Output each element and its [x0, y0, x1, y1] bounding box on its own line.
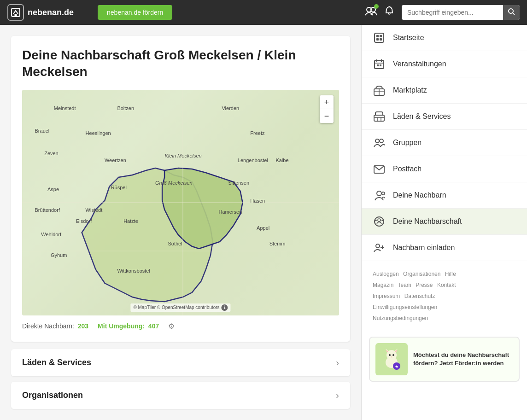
settings-icon[interactable]: ⚙ — [168, 322, 175, 331]
direct-label: Direkte Nachbarn: — [22, 322, 74, 330]
map-attribution: © MapTiler © OpenStreetMap contributors … — [130, 303, 230, 312]
direct-neighbors-label: Direkte Nachbarn: 203 — [22, 322, 88, 330]
marktplatz-label: Marktplatz — [393, 86, 427, 94]
promote-button[interactable]: nebenan.de fördern — [98, 5, 172, 20]
map-label-appel: Appel — [257, 225, 269, 231]
nachbarn-label: Deine Nachbarn — [393, 191, 446, 199]
laeden-label: Läden & Services — [393, 112, 451, 121]
chevron-right-icon: › — [336, 357, 339, 368]
map-label-gyhum: Gyhum — [51, 252, 67, 258]
search-button[interactable] — [503, 5, 520, 20]
sidebar-item-veranstaltungen[interactable]: Veranstaltungen — [362, 51, 527, 77]
startseite-icon — [373, 31, 386, 44]
svg-point-37 — [378, 219, 381, 222]
svg-rect-22 — [377, 64, 379, 66]
search-bar — [402, 5, 520, 20]
svg-rect-17 — [380, 38, 382, 41]
svg-point-34 — [377, 191, 381, 196]
svg-rect-23 — [380, 64, 381, 66]
header-actions — [365, 5, 520, 20]
footer-link-organisationen[interactable]: Organisationen — [403, 271, 440, 277]
sidebar-footer: Ausloggen Organisationen Hilfe Magazin T… — [362, 261, 527, 331]
svg-point-38 — [376, 244, 380, 248]
map-label-wistedt: Wistedt — [86, 207, 103, 213]
footer-link-team[interactable]: Team — [398, 282, 411, 288]
promo-box[interactable]: ★ Möchtest du deine Nachbarschaft förder… — [369, 337, 520, 382]
map-label-sittensen: Sittensen — [228, 180, 249, 186]
map-label-lengenbostel: Lengenbostel — [238, 158, 268, 163]
nachbarschaft-label: Deine Nachbarschaft — [393, 217, 462, 226]
map-label-meinstedt: Meinstedt — [54, 105, 76, 111]
einladen-label: Nachbarn einladen — [393, 244, 455, 252]
footer-link-presse[interactable]: Presse — [416, 282, 433, 288]
veranstaltungen-icon — [373, 58, 386, 70]
svg-rect-13 — [375, 33, 384, 42]
svg-rect-16 — [376, 38, 379, 41]
svg-rect-14 — [376, 35, 379, 37]
section-organisationen-title: Organisationen — [22, 391, 83, 400]
bell-icon[interactable] — [384, 6, 394, 19]
footer-link-impressum[interactable]: Impressum — [373, 293, 400, 299]
footer-link-nutzungsbedingungen[interactable]: Nutzungsbedingungen — [373, 315, 428, 321]
map-label-zeven: Zeven — [44, 151, 59, 156]
map-label-hamersen: Hamersen — [219, 209, 242, 215]
map-label-wittkonsbostel: Wittkonsbostel — [117, 268, 150, 274]
map-label-hatzte: Hatzte — [123, 218, 138, 224]
info-icon[interactable]: ℹ — [222, 304, 228, 311]
section-organisationen[interactable]: Organisationen › — [11, 382, 350, 409]
attribution-text: © MapTiler © OpenStreetMap contributors — [133, 305, 219, 310]
gruppen-label: Gruppen — [393, 139, 422, 147]
map-label-heeslingen: Heeslingen — [86, 130, 111, 136]
logo[interactable]: nebenan.de — [7, 4, 74, 21]
zoom-in-button[interactable]: + — [320, 95, 334, 109]
svg-rect-18 — [375, 60, 384, 69]
map-label-haesen: Häsen — [250, 198, 265, 204]
map-label-elsdorf: Elsdorf — [76, 218, 92, 224]
map-label-bruettendorf: Brüttendorf — [35, 207, 60, 213]
section-laeden[interactable]: Läden & Services › — [11, 349, 350, 376]
map-label-weertzen: Weertzen — [105, 158, 126, 163]
direct-count: 203 — [78, 322, 88, 330]
footer-link-kontakt[interactable]: Kontakt — [437, 282, 456, 288]
community-icon[interactable] — [365, 6, 377, 19]
startseite-label: Startseite — [393, 34, 424, 42]
header: nebenan.de nebenan.de fördern — [0, 0, 527, 25]
sidebar-item-einladen[interactable]: Nachbarn einladen — [362, 235, 527, 261]
map-label-boitzen: Boitzen — [117, 105, 134, 111]
map-svg — [22, 90, 339, 315]
section-laeden-title: Läden & Services — [22, 358, 91, 368]
zoom-controls: + − — [320, 95, 334, 123]
promo-text: Möchtest du deine Nachbarschaft fördern?… — [413, 351, 513, 368]
map-label-gross-meckelsen: Groß Meckelsen — [155, 180, 193, 186]
svg-point-35 — [382, 192, 385, 195]
env-label: Mit Umgebung: — [98, 322, 145, 330]
sidebar-item-nachbarschaft[interactable]: Deine Nachbarschaft — [362, 209, 527, 235]
map-label-sothel: Sothel — [168, 241, 182, 246]
zoom-out-button[interactable]: − — [320, 109, 334, 123]
map-label-stemm: Stemm — [269, 241, 286, 246]
search-input[interactable] — [402, 6, 503, 19]
einladen-icon — [373, 241, 386, 254]
sidebar-item-postfach[interactable]: Postfach — [362, 156, 527, 182]
map-label-klein-meckelsen: Klein Meckelsen — [165, 153, 202, 158]
sidebar-item-startseite[interactable]: Startseite — [362, 25, 527, 51]
gruppen-icon — [373, 136, 386, 149]
footer-link-ausloggen[interactable]: Ausloggen — [373, 271, 399, 277]
footer-link-datenschutz[interactable]: Datenschutz — [404, 293, 435, 299]
sidebar-item-marktplatz[interactable]: Marktplatz — [362, 77, 527, 104]
svg-rect-1 — [15, 14, 17, 16]
postfach-label: Postfach — [393, 165, 422, 173]
notification-badge — [374, 4, 379, 9]
page-title: Deine Nachbarschaft Groß Meckelsen / Kle… — [22, 47, 339, 81]
svg-rect-28 — [377, 117, 381, 121]
sidebar-item-laeden[interactable]: Läden & Services — [362, 104, 527, 130]
marktplatz-icon — [373, 84, 386, 97]
map-label-freetz: Freetz — [250, 130, 264, 136]
map-label-brauel: Brauel — [35, 128, 50, 134]
svg-point-5 — [509, 9, 513, 13]
sidebar-item-nachbarn[interactable]: Deine Nachbarn — [362, 182, 527, 209]
footer-link-einwilligung[interactable]: Einwilligungseinstellungen — [373, 304, 437, 310]
footer-link-hilfe[interactable]: Hilfe — [445, 271, 456, 277]
sidebar-item-gruppen[interactable]: Gruppen — [362, 130, 527, 156]
footer-link-magazin[interactable]: Magazin — [373, 282, 393, 288]
